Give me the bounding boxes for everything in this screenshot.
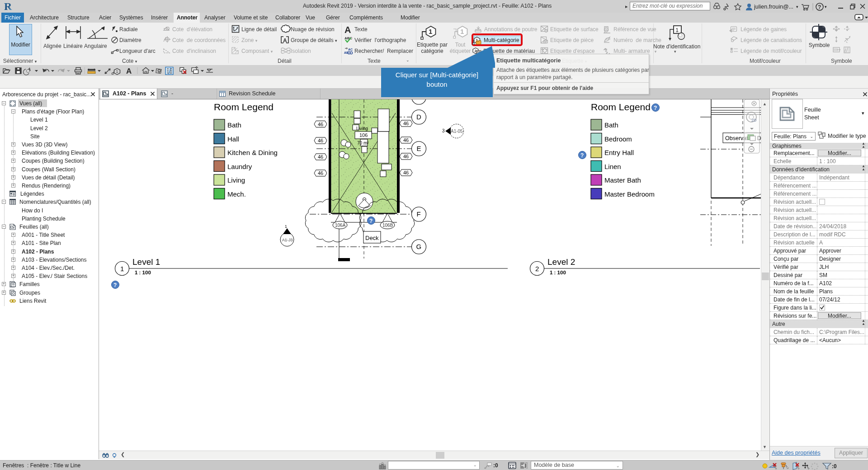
svg-text:Level 1: Level 1 xyxy=(132,257,160,267)
svg-text:1: 1 xyxy=(460,28,464,35)
svg-text:46: 46 xyxy=(318,122,323,127)
svg-text:106: 106 xyxy=(359,132,368,138)
svg-text:1: 1 xyxy=(116,69,118,74)
svg-text:?: ? xyxy=(580,152,584,159)
svg-text:R: R xyxy=(4,1,12,11)
svg-text:▾: ▾ xyxy=(825,5,827,9)
svg-text:Hall: Hall xyxy=(227,135,239,143)
svg-text:▾: ▾ xyxy=(796,5,798,9)
svg-text:1 : 100: 1 : 100 xyxy=(135,270,151,275)
svg-text:Master Bedroom: Master Bedroom xyxy=(604,190,655,198)
svg-text:46: 46 xyxy=(403,154,409,159)
svg-text::0: :0 xyxy=(832,463,837,470)
svg-text:?: ? xyxy=(369,218,373,224)
svg-text:1: 1 xyxy=(429,28,432,35)
svg-text:1 : 100: 1 : 100 xyxy=(550,270,566,275)
svg-text:G: G xyxy=(416,243,422,250)
svg-text:Mech.: Mech. xyxy=(227,190,246,198)
svg-text:1: 1 xyxy=(675,27,679,33)
svg-text:46: 46 xyxy=(318,170,323,176)
svg-text:2: 2 xyxy=(535,265,539,273)
svg-text:Master Bath: Master Bath xyxy=(604,176,641,184)
svg-text:1: 1 xyxy=(285,224,287,229)
svg-text:Kitchen & Dining: Kitchen & Dining xyxy=(227,149,278,156)
svg-text:106B: 106B xyxy=(382,223,393,228)
svg-text:A1-J3: A1-J3 xyxy=(282,238,293,242)
svg-text:Linen: Linen xyxy=(604,163,621,170)
svg-text:46: 46 xyxy=(403,170,409,175)
svg-text:1: 1 xyxy=(120,265,124,273)
svg-text:D: D xyxy=(416,113,421,121)
svg-text:46: 46 xyxy=(318,154,323,160)
svg-text:Bedroom: Bedroom xyxy=(604,135,632,143)
svg-text:A: A xyxy=(126,67,132,75)
svg-text:46: 46 xyxy=(403,137,409,143)
svg-text:Living: Living xyxy=(227,176,245,184)
svg-text:2D: 2D xyxy=(751,118,757,122)
svg-text:Level 2: Level 2 xyxy=(547,257,575,267)
svg-text:AC: AC xyxy=(348,48,353,51)
svg-text:?: ? xyxy=(654,105,657,111)
svg-text:?: ? xyxy=(113,282,117,288)
svg-text:Room Legend: Room Legend xyxy=(214,102,274,112)
svg-text:Living: Living xyxy=(356,126,368,131)
svg-text:Bath: Bath xyxy=(604,121,618,129)
svg-text:A1-05: A1-05 xyxy=(451,129,463,134)
svg-text:julien.frouin@...: julien.frouin@... xyxy=(754,4,793,10)
svg-text:Deck: Deck xyxy=(365,235,379,241)
svg-text:70 m²: 70 m² xyxy=(357,141,369,146)
svg-text:F: F xyxy=(417,210,421,218)
svg-text:106A: 106A xyxy=(335,223,346,228)
svg-text:123: 123 xyxy=(606,38,611,40)
svg-text:A: A xyxy=(283,38,287,44)
svg-text:Entry Hall: Entry Hall xyxy=(604,149,634,156)
svg-text:Laundry: Laundry xyxy=(227,163,252,170)
svg-text:46: 46 xyxy=(403,121,409,126)
svg-text:46: 46 xyxy=(318,138,323,143)
svg-text:A: A xyxy=(344,25,351,35)
svg-text:E: E xyxy=(417,145,421,152)
svg-text:?: ? xyxy=(818,4,821,10)
svg-text:3: 3 xyxy=(442,128,445,133)
svg-text:Bath: Bath xyxy=(227,121,241,129)
svg-text:Room Legend: Room Legend xyxy=(591,102,651,112)
